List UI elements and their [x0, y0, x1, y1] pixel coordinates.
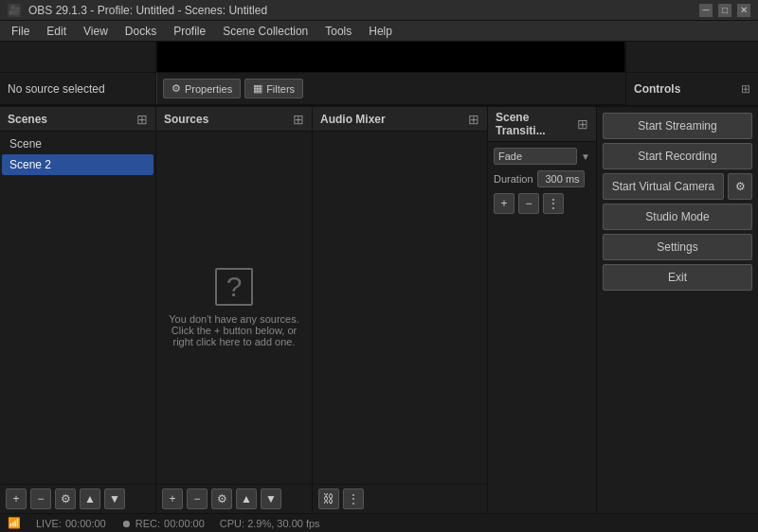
menu-file[interactable]: File [4, 23, 37, 40]
menu-help[interactable]: Help [361, 23, 400, 40]
source-down-button[interactable]: ▼ [261, 488, 281, 509]
menu-profile[interactable]: Profile [166, 23, 213, 40]
scenes-panel: Scenes ⊞ Scene Scene 2 + − ⚙ ▲ ▼ [0, 107, 156, 513]
sources-toolbar: + − ⚙ ▲ ▼ [156, 484, 312, 513]
controls-panel: Start Streaming Start Recording Start Vi… [597, 107, 758, 513]
studio-mode-button[interactable]: Studio Mode [603, 204, 752, 230]
titlebar: 🎥 OBS 29.1.3 - Profile: Untitled - Scene… [0, 0, 758, 21]
source-add-button[interactable]: + [162, 488, 183, 509]
menu-view[interactable]: View [76, 23, 116, 40]
source-remove-button[interactable]: − [187, 488, 208, 509]
transition-type-select[interactable]: Fade [494, 148, 577, 165]
transitions-panel-header: Scene Transiti... ⊞ [488, 107, 596, 142]
mixer-link-button[interactable]: ⛓ [318, 488, 339, 509]
bottom-panels: Scenes ⊞ Scene Scene 2 + − ⚙ ▲ ▼ Sources… [0, 106, 758, 513]
menu-scene-collection[interactable]: Scene Collection [215, 23, 316, 40]
transition-more-button[interactable]: ⋮ [543, 193, 564, 214]
menu-tools[interactable]: Tools [317, 23, 359, 40]
controls-title: Controls [634, 82, 680, 96]
duration-row: Duration [494, 170, 590, 187]
minimize-button[interactable]: ─ [699, 4, 713, 17]
network-status: 📶 [8, 517, 21, 529]
audio-mixer-panel: Audio Mixer ⊞ ⛓ ⋮ [313, 107, 488, 513]
main-area: No source selected ⚙ Properties ▦ Filter… [0, 42, 758, 513]
transitions-content: Fade ▼ Duration + − ⋮ [488, 142, 596, 513]
transition-remove-button[interactable]: − [518, 193, 539, 214]
network-icon: 📶 [8, 517, 21, 529]
middle-row: No source selected ⚙ Properties ▦ Filter… [0, 72, 758, 106]
duration-label: Duration [494, 173, 533, 185]
mixer-panel-title: Audio Mixer [320, 113, 386, 126]
scene-filter-button[interactable]: ⚙ [55, 488, 76, 509]
scenes-panel-title: Scenes [8, 113, 47, 126]
transitions-panel-maximize-icon: ⊞ [577, 116, 588, 132]
rec-label: REC: [135, 518, 160, 529]
properties-icon: ⚙ [171, 82, 181, 95]
titlebar-title: OBS 29.1.3 - Profile: Untitled - Scenes:… [28, 4, 267, 17]
exit-button[interactable]: Exit [603, 264, 752, 291]
scene-item-1[interactable]: Scene [2, 133, 153, 154]
right-panel-top [625, 42, 758, 72]
sources-empty-icon: ? [215, 268, 253, 306]
source-settings-button[interactable]: ⚙ [211, 488, 232, 509]
virtual-camera-row: Start Virtual Camera ⚙ [603, 173, 752, 200]
maximize-button[interactable]: □ [718, 4, 731, 17]
virtual-camera-settings-button[interactable]: ⚙ [728, 173, 752, 200]
scene-up-button[interactable]: ▲ [80, 488, 100, 509]
rec-time: 00:00:00 [164, 518, 205, 529]
record-icon: ⏺ [121, 518, 132, 529]
record-status: ⏺ REC: 00:00:00 [121, 518, 205, 529]
mixer-panel-maximize-icon: ⊞ [468, 112, 479, 127]
transitions-panel-title: Scene Transiti... [496, 111, 577, 137]
scenes-panel-header: Scenes ⊞ [0, 107, 155, 132]
live-status: LIVE: 00:00:00 [36, 518, 106, 529]
window-controls: ─ □ ✕ [699, 4, 750, 17]
scenes-panel-maximize-icon: ⊞ [136, 112, 148, 127]
menubar: File Edit View Docks Profile Scene Colle… [0, 21, 758, 42]
close-button[interactable]: ✕ [737, 4, 750, 17]
duration-input[interactable] [537, 170, 585, 187]
sources-empty-content: ? You don't have any sources. Click the … [156, 132, 312, 484]
mixer-toolbar: ⛓ ⋮ [313, 484, 487, 513]
sources-panel-header: Sources ⊞ [156, 107, 312, 132]
menu-docks[interactable]: Docks [117, 23, 164, 40]
start-virtual-camera-button[interactable]: Start Virtual Camera [603, 173, 724, 200]
left-sidebar-top [0, 42, 156, 72]
transitions-panel: Scene Transiti... ⊞ Fade ▼ Duration + − [488, 107, 597, 513]
mixer-content [313, 132, 487, 484]
source-up-button[interactable]: ▲ [236, 488, 257, 509]
no-source-label: No source selected [8, 82, 105, 96]
filters-icon: ▦ [253, 82, 262, 95]
start-streaming-button[interactable]: Start Streaming [603, 113, 752, 139]
start-recording-button[interactable]: Start Recording [603, 143, 752, 169]
preview-row [0, 42, 758, 72]
sources-panel-maximize-icon: ⊞ [293, 112, 304, 127]
scene-remove-button[interactable]: − [30, 488, 51, 509]
sources-panel-title: Sources [164, 113, 208, 126]
transition-add-button[interactable]: + [494, 193, 514, 214]
filters-button[interactable]: ▦ Filters [244, 79, 303, 98]
properties-label: Properties [185, 83, 232, 95]
menu-edit[interactable]: Edit [39, 23, 74, 40]
statusbar: 📶 LIVE: 00:00:00 ⏺ REC: 00:00:00 CPU: 2.… [0, 513, 758, 532]
transition-toolbar: + − ⋮ [494, 193, 590, 214]
cpu-status: CPU: 2.9%, 30.00 fps [220, 518, 320, 529]
scene-down-button[interactable]: ▼ [104, 488, 125, 509]
scene-add-button[interactable]: + [6, 488, 27, 509]
controls-content: Start Streaming Start Recording Start Vi… [597, 107, 758, 296]
scene-item-2[interactable]: Scene 2 [2, 154, 153, 175]
prop-filter-bar: ⚙ Properties ▦ Filters [156, 73, 625, 105]
no-source-bar: No source selected [0, 73, 156, 105]
settings-button[interactable]: Settings [603, 234, 752, 260]
live-time: 00:00:00 [65, 518, 106, 529]
transition-type-row: Fade ▼ [494, 148, 590, 165]
mixer-panel-header: Audio Mixer ⊞ [313, 107, 487, 132]
sources-empty-text: You don't have any sources. Click the + … [166, 313, 302, 347]
live-label: LIVE: [36, 518, 62, 529]
properties-button[interactable]: ⚙ Properties [163, 79, 241, 98]
controls-maximize-icon: ⊞ [741, 82, 750, 96]
scene-list: Scene Scene 2 [0, 132, 155, 484]
controls-header: Controls ⊞ [625, 73, 758, 105]
mixer-more-button[interactable]: ⋮ [343, 488, 364, 509]
preview-canvas [156, 42, 625, 72]
